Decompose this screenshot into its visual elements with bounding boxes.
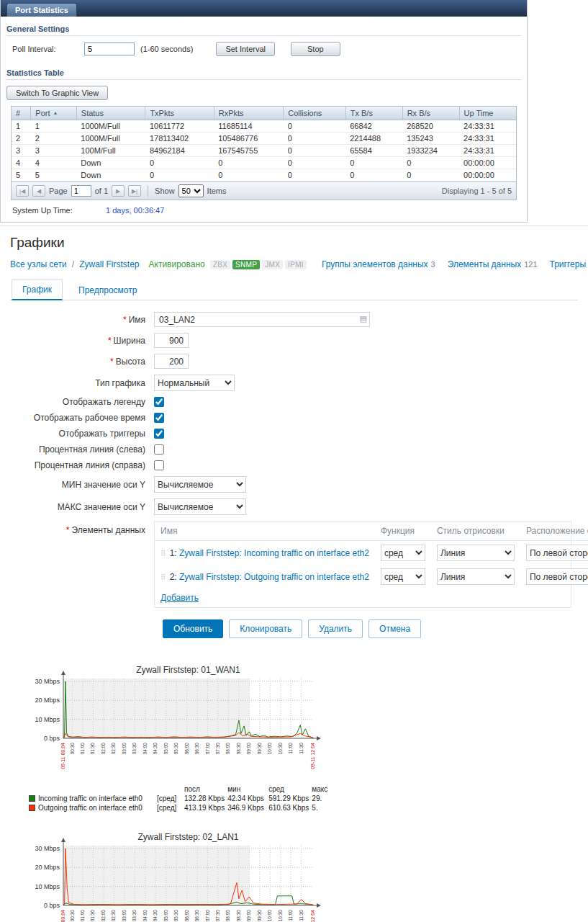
sort-asc-icon: ▲	[53, 110, 58, 115]
add-item-link[interactable]: Добавить	[160, 593, 199, 603]
y-max-select[interactable]: Вычисляемое	[154, 498, 246, 515]
graph-canvas: Zywall Firststep: 01_WAN10 bps10 Mbps20 …	[19, 664, 364, 779]
draw-style-select[interactable]: Линия	[437, 568, 515, 585]
column-header[interactable]: Port▲	[31, 107, 77, 120]
breadcrumb-all-hosts[interactable]: Все узлы сети	[10, 259, 67, 269]
tab-graph[interactable]: График	[12, 279, 63, 300]
y-min-select[interactable]: Вычисляемое	[154, 476, 246, 493]
svg-text:0 bps: 0 bps	[44, 902, 60, 909]
host-nav-link[interactable]: Группы элементов данных3	[322, 259, 435, 269]
table-row[interactable]: 44Down0000000:00:00	[12, 157, 516, 169]
function-select[interactable]: сред	[381, 568, 425, 585]
form-buttons: Обновить Клонировать Удалить Отмена	[163, 619, 578, 638]
stop-button[interactable]: Stop	[291, 42, 340, 56]
svg-text:10:30: 10:30	[278, 910, 283, 922]
switch-graphic-view-button[interactable]: Switch To Graphic View	[6, 86, 108, 100]
page-title: Графики	[10, 235, 578, 251]
pager-divider	[148, 185, 148, 197]
page-number-input[interactable]	[71, 185, 91, 197]
page-size-select[interactable]: 50	[178, 184, 204, 197]
graphs-section: Zywall Firststep: 01_WAN10 bps10 Mbps20 …	[0, 654, 588, 922]
graph-item-row: ⠿ 2: Zywall Firststep: Outgoing traffic …	[155, 565, 588, 588]
width-label: Ширина	[114, 336, 145, 346]
poll-interval-hint: (1-60 seconds)	[140, 45, 193, 53]
poll-interval-row: Poll Interval: (1-60 seconds) Set Interv…	[12, 42, 521, 56]
required-star: *	[123, 315, 127, 325]
column-header[interactable]: Up Time	[459, 107, 516, 120]
percent-left-checkbox[interactable]	[154, 444, 164, 455]
svg-text:05:00: 05:00	[163, 910, 168, 922]
y-max-label: МАКС значение оси Y	[10, 502, 154, 512]
show-label: Show	[155, 187, 175, 195]
percent-right-checkbox[interactable]	[154, 460, 164, 470]
tab-label: Port Statistics	[15, 6, 68, 14]
column-header[interactable]: TxPkts	[145, 107, 214, 120]
pagination-bar: |◀ ◀ Page of 1 ▶ ▶| Show 50 Items Displa…	[12, 182, 516, 200]
table-row[interactable]: 221000M/Full1781134021054867760221448813…	[12, 133, 516, 145]
table-row[interactable]: 33100M/Full84962184167545755065584193323…	[12, 145, 516, 157]
legend-row: Incoming traffic on interface eth0[сред]…	[27, 794, 351, 803]
column-header[interactable]: Rx B/s	[402, 107, 459, 120]
col-function: Функция	[375, 522, 431, 541]
tab-port-statistics[interactable]: Port Statistics	[6, 3, 77, 17]
percent-left-label: Процентная линия (слева)	[10, 444, 154, 455]
item-link[interactable]: Zywall Firststep: Incoming traffic on in…	[179, 548, 369, 558]
svg-text:06:00: 06:00	[184, 743, 189, 755]
last-page-icon[interactable]: ▶|	[128, 185, 141, 197]
clone-button[interactable]: Клонировать	[229, 619, 302, 638]
graph-name-input[interactable]	[154, 312, 370, 327]
update-button[interactable]: Обновить	[163, 619, 223, 638]
svg-text:03:00: 03:00	[122, 743, 127, 755]
show-legend-checkbox[interactable]	[154, 397, 164, 407]
tab-preview[interactable]: Предпросмотр	[77, 281, 138, 300]
host-nav-link[interactable]: Триггеры49	[550, 259, 588, 269]
legend-row: Outgoing traffic on interface eth0[сред]…	[27, 803, 351, 813]
show-triggers-checkbox[interactable]	[154, 429, 164, 439]
name-field-icon[interactable]: ▤	[360, 314, 367, 323]
host-badges: ZBXSNMPJMXIPMI	[210, 260, 307, 269]
breadcrumb-host[interactable]: Zywall Firststep	[79, 259, 139, 269]
svg-text:10:00: 10:00	[267, 910, 272, 922]
graphs-container: Zywall Firststep: 01_WAN10 bps10 Mbps20 …	[19, 664, 588, 922]
port-table-body: 111000M/Full1061177211685114066842268520…	[12, 120, 516, 182]
drag-handle-icon[interactable]: ⠿	[160, 573, 166, 581]
host-nav-link[interactable]: Элементы данных121	[448, 259, 538, 269]
next-page-icon[interactable]: ▶	[112, 185, 125, 197]
y-min-label: МИН значение оси Y	[10, 480, 154, 490]
item-link[interactable]: Zywall Firststep: Outgoing traffic on in…	[179, 572, 369, 582]
svg-text:01:00: 01:00	[80, 910, 85, 922]
table-row[interactable]: 55Down0000000:00:00	[12, 169, 516, 182]
breadcrumb-separator: /	[72, 259, 74, 269]
prev-page-icon[interactable]: ◀	[32, 185, 45, 197]
svg-text:30 Mbps: 30 Mbps	[35, 845, 60, 852]
cancel-button[interactable]: Отмена	[368, 619, 421, 638]
function-select[interactable]: сред	[381, 545, 425, 561]
set-interval-button[interactable]: Set Interval	[216, 42, 275, 56]
column-header[interactable]: Tx B/s	[345, 107, 402, 120]
svg-text:09-11 12:04: 09-11 12:04	[310, 910, 315, 922]
show-working-time-checkbox[interactable]	[154, 413, 164, 423]
drag-handle-icon[interactable]: ⠿	[160, 550, 166, 558]
col-axis-side: Расположение оси	[520, 522, 588, 541]
svg-text:06:00: 06:00	[184, 910, 189, 922]
svg-text:06:30: 06:30	[194, 743, 199, 755]
first-page-icon[interactable]: |◀	[16, 185, 29, 197]
column-header[interactable]: Status	[76, 107, 145, 120]
host-breadcrumb-row: Все узлы сети / Zywall Firststep Активир…	[10, 259, 578, 269]
col-draw-style: Стиль отрисовки	[431, 522, 520, 541]
graph-height-input[interactable]	[154, 354, 189, 369]
column-header[interactable]: Collisions	[284, 107, 345, 120]
draw-style-select[interactable]: Линия	[437, 545, 515, 561]
column-header[interactable]: RxPkts	[214, 107, 284, 120]
poll-interval-input[interactable]	[84, 42, 135, 55]
graph-type-select[interactable]: Нормальный	[154, 375, 235, 391]
graph-width-input[interactable]	[154, 333, 189, 348]
column-header[interactable]: #	[12, 107, 31, 120]
axis-side-select[interactable]: По левой стороне	[526, 568, 588, 585]
svg-text:0 bps: 0 bps	[44, 735, 60, 742]
table-row[interactable]: 111000M/Full1061177211685114066842268520…	[12, 120, 516, 133]
axis-side-select[interactable]: По левой стороне	[526, 545, 588, 561]
svg-text:05:00: 05:00	[163, 743, 168, 755]
svg-text:07:30: 07:30	[215, 743, 220, 755]
delete-button[interactable]: Удалить	[308, 619, 363, 638]
